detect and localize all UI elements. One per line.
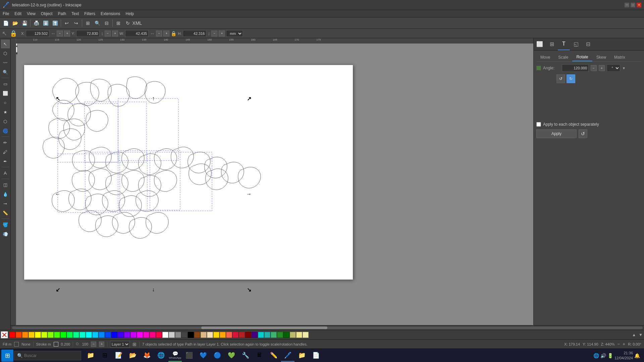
opacity-plus[interactable]: + bbox=[99, 342, 104, 347]
x-input[interactable] bbox=[26, 30, 49, 37]
menu-help[interactable]: Help bbox=[123, 11, 137, 17]
color-swatch-7[interactable] bbox=[54, 332, 60, 338]
spiral-tool[interactable]: 🌀 bbox=[1, 126, 10, 135]
tab-scale[interactable]: Scale bbox=[554, 53, 572, 61]
paint-bucket-tool[interactable]: 🪣 bbox=[1, 220, 10, 229]
w-input[interactable] bbox=[125, 30, 149, 37]
color-swatch-14[interactable] bbox=[99, 332, 105, 338]
taskbar-file2[interactable]: 📄 bbox=[309, 350, 323, 362]
dropper-tool[interactable]: 💧 bbox=[1, 190, 10, 198]
color-swatch-20[interactable] bbox=[137, 332, 143, 338]
horizontal-scrollbar[interactable] bbox=[11, 325, 644, 330]
y-minus[interactable]: − bbox=[105, 31, 111, 37]
color-swatch-41[interactable] bbox=[271, 332, 277, 338]
color-swatch-24[interactable] bbox=[162, 332, 168, 338]
color-swatch-6[interactable] bbox=[48, 332, 54, 338]
search-input[interactable] bbox=[24, 353, 74, 358]
color-swatch-5[interactable] bbox=[41, 332, 47, 338]
3dbox-tool[interactable]: ⬜ bbox=[1, 89, 10, 98]
color-swatch-31[interactable] bbox=[207, 332, 213, 338]
y-plus[interactable]: + bbox=[112, 31, 118, 37]
no-color-swatch[interactable] bbox=[1, 331, 8, 339]
color-swatch-33[interactable] bbox=[220, 332, 226, 338]
tab-matrix[interactable]: Matrix bbox=[610, 53, 629, 61]
tab-scale-icon[interactable]: ⊞ bbox=[546, 38, 558, 50]
w-plus[interactable]: + bbox=[163, 31, 169, 37]
color-swatch-39[interactable] bbox=[258, 332, 264, 338]
network-icon[interactable]: 🌐 bbox=[593, 353, 599, 358]
color-swatch-13[interactable] bbox=[92, 332, 98, 338]
color-swatch-32[interactable] bbox=[213, 332, 219, 338]
transform-button[interactable]: ↻ bbox=[123, 19, 132, 27]
xml-button[interactable]: XML bbox=[133, 19, 142, 27]
y-input[interactable] bbox=[76, 30, 100, 37]
ellipse-tool[interactable]: ○ bbox=[1, 98, 10, 107]
color-swatch-2[interactable] bbox=[22, 332, 28, 338]
palette-scroll-up[interactable]: ▲ bbox=[631, 333, 637, 337]
apply-each-checkbox[interactable] bbox=[536, 122, 541, 127]
color-swatch-44[interactable] bbox=[290, 332, 296, 338]
rect-tool[interactable]: ▭ bbox=[1, 79, 10, 88]
save-button[interactable]: 💾 bbox=[20, 19, 29, 27]
w-minus[interactable]: − bbox=[156, 31, 162, 37]
apply-button[interactable]: Apply bbox=[536, 129, 577, 138]
color-swatch-1[interactable] bbox=[16, 332, 22, 338]
menu-object[interactable]: Object bbox=[38, 11, 55, 17]
polygon-tool[interactable]: ⬡ bbox=[1, 117, 10, 126]
angle-plus[interactable]: + bbox=[599, 65, 605, 71]
taskbar-inkscape[interactable]: 🖊️ bbox=[281, 350, 294, 362]
rotate-cw-btn[interactable]: ↻ bbox=[567, 74, 575, 83]
battery-icon[interactable]: 🔋 bbox=[607, 353, 613, 358]
scrollbar-thumb[interactable] bbox=[201, 326, 327, 329]
menu-edit[interactable]: Edit bbox=[12, 11, 24, 17]
taskbar-terminal[interactable]: ⬛ bbox=[182, 350, 196, 362]
tab-matrix-icon[interactable]: ⊟ bbox=[582, 38, 594, 50]
menu-file[interactable]: File bbox=[0, 11, 12, 17]
color-swatch-35[interactable] bbox=[232, 332, 238, 338]
menu-text[interactable]: Text bbox=[69, 11, 82, 17]
minimize-button[interactable]: ─ bbox=[625, 3, 629, 7]
layer-select[interactable]: Layer 1 bbox=[110, 341, 130, 348]
color-swatch-29[interactable] bbox=[194, 332, 200, 338]
print-button[interactable]: 🖨️ bbox=[32, 19, 41, 27]
maximize-button[interactable]: □ bbox=[631, 3, 635, 7]
tab-move-icon[interactable]: ⬜ bbox=[534, 38, 546, 50]
tab-move[interactable]: Move bbox=[536, 53, 554, 61]
x-plus[interactable]: + bbox=[64, 31, 70, 37]
zoom-selection-button[interactable]: 🔍 bbox=[93, 19, 102, 27]
color-swatch-12[interactable] bbox=[86, 332, 92, 338]
zoom-minus-status[interactable]: − bbox=[618, 342, 620, 347]
align-button[interactable]: ⊞ bbox=[114, 19, 123, 27]
zoom-plus-status[interactable]: + bbox=[623, 342, 625, 347]
color-swatch-43[interactable] bbox=[283, 332, 289, 338]
color-swatch-23[interactable] bbox=[156, 332, 162, 338]
color-swatch-42[interactable] bbox=[277, 332, 283, 338]
new-button[interactable]: 📄 bbox=[1, 19, 10, 27]
taskbar-explorer2[interactable]: 📁 bbox=[295, 350, 309, 362]
color-swatch-37[interactable] bbox=[245, 332, 251, 338]
taskbar-task-view[interactable]: ⊞ bbox=[98, 350, 111, 362]
taskbar-tool[interactable]: 🔧 bbox=[239, 350, 252, 362]
taskbar-edge[interactable]: 🌐 bbox=[154, 350, 168, 362]
tab-rotate-icon[interactable]: T bbox=[558, 38, 570, 50]
export-button[interactable]: ⬆️ bbox=[51, 19, 59, 27]
color-swatch-17[interactable] bbox=[118, 332, 124, 338]
taskbar-sketch[interactable]: ✏️ bbox=[267, 350, 280, 362]
x-minus[interactable]: − bbox=[57, 31, 63, 37]
open-button[interactable]: 📂 bbox=[11, 19, 19, 27]
tab-skew[interactable]: Skew bbox=[592, 53, 610, 61]
layer-options[interactable]: ⊞ bbox=[132, 342, 137, 347]
color-swatch-38[interactable] bbox=[252, 332, 258, 338]
h-minus[interactable]: − bbox=[211, 31, 217, 37]
stroke-swatch[interactable] bbox=[54, 342, 58, 347]
zoom-tool[interactable]: 🔍 bbox=[1, 68, 10, 76]
start-button[interactable]: ⊞ bbox=[1, 350, 13, 362]
close-button[interactable]: ✕ bbox=[637, 3, 641, 7]
reset-button[interactable]: ↺ bbox=[579, 129, 587, 138]
color-swatch-25[interactable] bbox=[169, 332, 175, 338]
angle-unit[interactable]: ° rad bbox=[607, 64, 620, 72]
star-tool[interactable]: ★ bbox=[1, 108, 10, 116]
color-swatch-18[interactable] bbox=[124, 332, 130, 338]
angle-minus[interactable]: − bbox=[591, 65, 597, 71]
taskbar-file-explorer[interactable]: 📁 bbox=[84, 350, 97, 362]
